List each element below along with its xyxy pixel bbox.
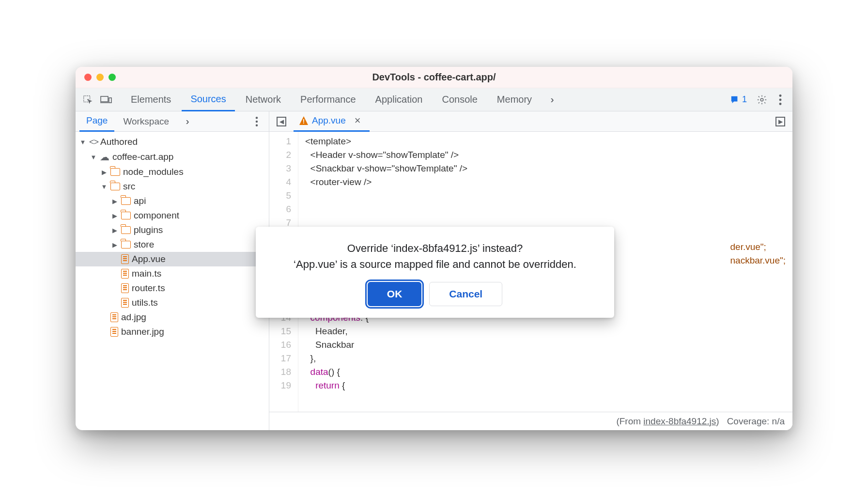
tree-file[interactable]: banner.jpg xyxy=(76,325,269,339)
file-tab-label: App.vue xyxy=(312,115,346,126)
minimize-window-button[interactable] xyxy=(96,74,104,81)
tree-folder[interactable]: ▶node_modules xyxy=(76,165,269,179)
toggle-debugger-icon[interactable]: ▶ xyxy=(772,113,789,130)
sourcemap-from: (From index-8bfa4912.js) xyxy=(616,416,719,427)
tab-elements[interactable]: Elements xyxy=(122,88,180,111)
ok-button[interactable]: OK xyxy=(368,282,422,306)
svg-point-4 xyxy=(779,94,782,97)
inspect-icon[interactable] xyxy=(79,92,96,108)
editor-tabs: ◀ App.vue × ▶ xyxy=(269,111,792,131)
close-window-button[interactable] xyxy=(84,74,92,81)
tab-performance[interactable]: Performance xyxy=(292,88,365,111)
main-tabbar: Elements Sources Network Performance App… xyxy=(76,88,792,111)
tree-domain[interactable]: ▼☁coffee-cart.app xyxy=(76,149,269,165)
issues-count: 1 xyxy=(742,94,747,105)
svg-point-6 xyxy=(779,103,782,105)
svg-point-9 xyxy=(256,124,258,126)
tree-folder[interactable]: ▶plugins xyxy=(76,223,269,237)
traffic-lights xyxy=(84,74,116,81)
sourcemap-link[interactable]: index-8bfa4912.js xyxy=(643,416,716,426)
svg-point-8 xyxy=(256,120,258,122)
issues-badge[interactable]: 1 xyxy=(726,94,752,105)
close-tab-icon[interactable]: × xyxy=(352,114,364,127)
override-dialog: Override ‘index-8bfa4912.js’ instead? ‘A… xyxy=(256,227,614,318)
warning-icon xyxy=(299,116,308,125)
toggle-navigator-icon[interactable]: ◀ xyxy=(273,113,290,130)
devtools-window: DevTools - coffee-cart.app/ Elements Sou… xyxy=(76,67,792,430)
tab-application[interactable]: Application xyxy=(367,88,432,111)
tree-root[interactable]: ▼< >Authored xyxy=(76,135,269,149)
tree-folder[interactable]: ▶store xyxy=(76,237,269,252)
nav-tab-page[interactable]: Page xyxy=(79,111,114,132)
editor-statusbar: (From index-8bfa4912.js) Coverage: n/a xyxy=(269,412,792,430)
tree-file[interactable]: utils.ts xyxy=(76,295,269,310)
kebab-menu-icon[interactable] xyxy=(772,92,789,108)
tree-file[interactable]: main.ts xyxy=(76,266,269,281)
svg-rect-1 xyxy=(101,96,108,102)
nav-more-icon[interactable]: ›› xyxy=(178,113,194,130)
tree-file-selected[interactable]: App.vue xyxy=(76,252,269,266)
tab-console[interactable]: Console xyxy=(433,88,486,111)
tree-file[interactable]: router.ts xyxy=(76,281,269,295)
zoom-window-button[interactable] xyxy=(108,74,116,81)
nav-tab-workspace[interactable]: Workspace xyxy=(116,111,176,132)
svg-rect-2 xyxy=(109,98,111,103)
tree-folder[interactable]: ▶component xyxy=(76,208,269,223)
device-toggle-icon[interactable] xyxy=(98,92,114,108)
nav-kebab-icon[interactable] xyxy=(248,113,265,130)
tab-sources[interactable]: Sources xyxy=(182,88,234,111)
tab-network[interactable]: Network xyxy=(237,88,290,111)
navigator-tabs: Page Workspace ›› xyxy=(76,111,269,131)
more-tabs-icon[interactable]: ›› xyxy=(542,92,559,108)
window-title: DevTools - coffee-cart.app/ xyxy=(76,72,792,83)
svg-point-5 xyxy=(779,98,782,101)
svg-point-7 xyxy=(256,117,258,119)
cancel-button[interactable]: Cancel xyxy=(429,282,502,306)
tree-folder[interactable]: ▼src xyxy=(76,179,269,194)
titlebar: DevTools - coffee-cart.app/ xyxy=(76,67,792,88)
svg-point-3 xyxy=(760,98,763,101)
settings-icon[interactable] xyxy=(754,92,770,108)
file-tab-appvue[interactable]: App.vue × xyxy=(294,111,370,132)
dialog-message: Override ‘index-8bfa4912.js’ instead? ‘A… xyxy=(270,240,600,272)
tab-memory[interactable]: Memory xyxy=(488,88,541,111)
sources-subbar: Page Workspace ›› ◀ App.vue × ▶ xyxy=(76,111,792,132)
coverage-label: Coverage: n/a xyxy=(727,416,785,427)
tree-folder[interactable]: ▶api xyxy=(76,194,269,208)
tree-file[interactable]: ad.jpg xyxy=(76,310,269,325)
file-navigator[interactable]: ▼< >Authored ▼☁coffee-cart.app ▶node_mod… xyxy=(76,132,269,430)
